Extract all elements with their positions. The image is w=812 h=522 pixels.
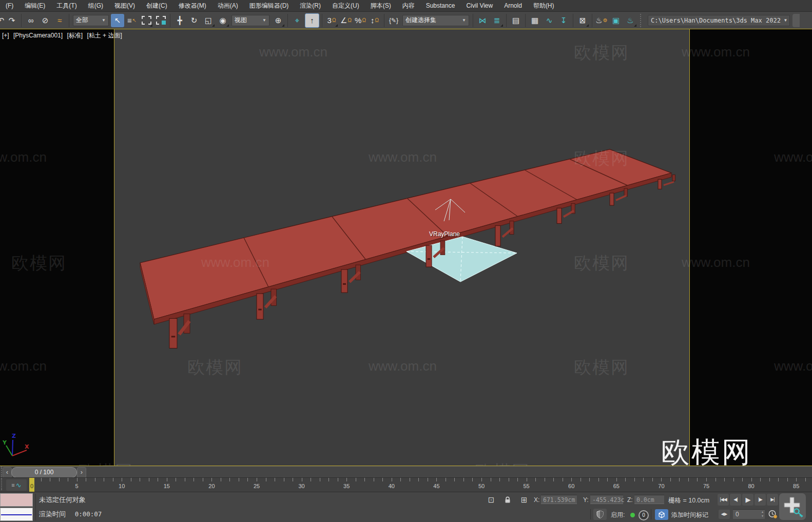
menu-item-d[interactable]: 图形编辑器(D) <box>244 0 295 11</box>
next-frame-button[interactable]: |▶ <box>755 494 766 506</box>
menu-item-t[interactable]: 工具(T) <box>51 0 82 11</box>
snap-toggle-3d-button[interactable]: 3Ω <box>325 14 338 27</box>
select-and-manipulate-button[interactable]: ⌖ <box>291 14 304 27</box>
frame-tick <box>454 478 455 481</box>
named-selection-set-dropdown[interactable]: 创建选择集▼ <box>402 15 469 26</box>
bind-to-spacewarp-icon: ≈ <box>57 16 62 25</box>
window-crossing-icon[interactable] <box>154 14 167 27</box>
rect-selection-region-icon[interactable] <box>140 14 153 27</box>
select-and-link-button[interactable]: ∞ <box>24 14 37 27</box>
menu-item-c[interactable]: 创建(C) <box>141 0 173 11</box>
next-frame-slider-button[interactable]: › <box>77 467 86 478</box>
percent-snap-button[interactable]: %Ω <box>354 14 367 27</box>
select-object-button[interactable]: ↖ <box>111 14 124 27</box>
rendered-frame-window-button[interactable]: ▣ <box>609 14 623 27</box>
spinner-snap-icon-accent: Ω <box>375 17 379 23</box>
use-pivot-center-icon: ⊕ <box>275 16 282 25</box>
enable-count-badge[interactable]: 0 <box>639 510 649 520</box>
render-production-button[interactable]: ♨ <box>624 14 637 27</box>
key-mode-toggle[interactable]: ◀▶ <box>719 510 730 519</box>
z-coord-field[interactable]: 0.0cm <box>634 495 664 504</box>
play-button[interactable]: ▶ <box>742 494 753 506</box>
frame-tick <box>517 478 518 481</box>
notification-icon[interactable] <box>792 14 800 27</box>
edit-named-selection-sets-button[interactable]: {✎} <box>387 14 400 27</box>
menu-item-a[interactable]: 动画(A) <box>212 0 244 11</box>
track-bar[interactable]: ≡ ∿ 0510152025303540455055606570758085 <box>0 477 812 492</box>
mirror-button[interactable]: ⋈ <box>476 14 489 27</box>
z-coord-label: Z: <box>627 496 633 504</box>
frame-spinner[interactable]: ▲▼ <box>761 510 764 518</box>
undo-button[interactable]: ↶ <box>0 14 4 27</box>
selection-lock-toggle[interactable] <box>501 494 514 506</box>
scene-safety-button[interactable] <box>593 509 607 520</box>
select-and-place-button[interactable]: ◉ <box>216 14 229 27</box>
angle-snap-button[interactable]: ∠Ω <box>339 14 353 27</box>
frame-field-value: 0 <box>736 511 739 518</box>
redo-button[interactable]: ↷ <box>5 14 18 27</box>
reference-coordinate-dropdown[interactable]: 视图▼ <box>231 15 269 26</box>
menu-item-g[interactable]: 组(G) <box>83 0 109 11</box>
menu-item-r[interactable]: 渲染(R) <box>294 0 326 11</box>
menu-item-substance[interactable]: Substance <box>420 0 461 11</box>
go-to-end-button[interactable]: ▶| <box>767 494 778 506</box>
mini-curve-editor-button[interactable]: ≡ ∿ <box>6 479 27 491</box>
lock-icon <box>504 496 512 504</box>
viewport-menu-general[interactable]: [+] <box>2 32 9 39</box>
dope-sheet-button[interactable]: ↧ <box>557 14 570 27</box>
frame-number: 70 <box>658 483 664 489</box>
scene-explorer-icon: ▤ <box>512 16 519 25</box>
bind-to-spacewarp-button[interactable]: ≈ <box>53 14 66 27</box>
menu-item-m[interactable]: 修改器(M) <box>173 0 212 11</box>
viewport-menu-pov[interactable]: [PhysCamera001] <box>13 32 63 39</box>
table-top[interactable] <box>140 149 671 319</box>
frame-tick <box>247 478 248 481</box>
spinner-snap-button[interactable]: ↕Ω <box>368 14 381 27</box>
menu-item-h[interactable]: 帮助(H) <box>528 0 560 11</box>
align-button[interactable]: ≣ <box>490 14 504 27</box>
add-time-tag-button[interactable] <box>655 509 668 520</box>
x-coord-field[interactable]: 671.539cm <box>541 495 577 504</box>
select-and-move-button[interactable]: ╋ <box>173 14 186 27</box>
absolute-offset-mode-toggle[interactable]: ⊞ <box>517 494 531 506</box>
maxscript-mini-listener[interactable] <box>0 508 33 521</box>
render-setup-button[interactable]: ♨⚙ <box>595 14 608 27</box>
previous-frame-button[interactable]: ◀| <box>730 494 741 506</box>
project-folder-dropdown[interactable]: C:\Users\Han\Documents\3ds Max 2022▼ <box>648 15 790 26</box>
time-tag-label[interactable]: 添加时间标记 <box>671 511 708 519</box>
toolbar-separator <box>69 14 69 27</box>
menu-item-f[interactable]: (F) <box>0 0 19 11</box>
viewport-menu-shading[interactable]: [粘土 + 边面] <box>87 32 122 39</box>
toolbar-grip[interactable] <box>640 14 644 27</box>
schematic-view-button[interactable]: ⊠ <box>576 14 589 27</box>
current-frame-field[interactable]: 0 ▲▼ <box>733 509 765 519</box>
viewport-menu-standard[interactable]: [标准] <box>67 32 83 39</box>
time-slider-handle[interactable]: 0 / 100 <box>11 467 77 478</box>
menu-item-v[interactable]: 视图(V) <box>109 0 141 11</box>
menu-item-e[interactable]: 编辑(E) <box>19 0 51 11</box>
keyboard-override-button[interactable]: ↑ <box>305 13 319 28</box>
menu-item-arnold[interactable]: Arnold <box>498 0 528 11</box>
isolate-selection-toggle[interactable]: ⊡ <box>485 494 498 506</box>
time-slider-grip[interactable] <box>1 467 5 477</box>
unlink-selection-button[interactable]: ⊘ <box>38 14 52 27</box>
go-to-start-button[interactable]: |◀◀ <box>718 494 729 506</box>
menu-item-[interactable]: 内容 <box>397 0 420 11</box>
select-by-name-button[interactable]: ≡↖ <box>125 14 139 27</box>
select-and-scale-button[interactable]: ◱ <box>202 14 215 27</box>
time-configuration-button[interactable] <box>767 509 779 519</box>
scene-explorer-button[interactable]: ▤ <box>509 14 523 27</box>
percent-snap-icon-accent: Ω <box>362 17 365 23</box>
use-pivot-center-button[interactable]: ⊕ <box>272 14 285 27</box>
selection-filter-dropdown[interactable]: 全部▼ <box>73 15 109 26</box>
set-key-button[interactable] <box>779 493 806 520</box>
track-bar-grip[interactable] <box>1 478 5 490</box>
ribbon-toggle-button[interactable]: ▦ <box>528 14 542 27</box>
curve-editor-button[interactable]: ∿ <box>543 14 556 27</box>
y-coord-field[interactable]: -455.423c <box>590 495 623 504</box>
maxscript-mini-listener-macro[interactable] <box>0 493 33 507</box>
menu-item-s[interactable]: 脚本(S) <box>365 0 397 11</box>
select-and-rotate-button[interactable]: ↻ <box>187 14 201 27</box>
menu-item-u[interactable]: 自定义(U) <box>326 0 365 11</box>
menu-item-civilview[interactable]: Civil View <box>460 0 498 11</box>
